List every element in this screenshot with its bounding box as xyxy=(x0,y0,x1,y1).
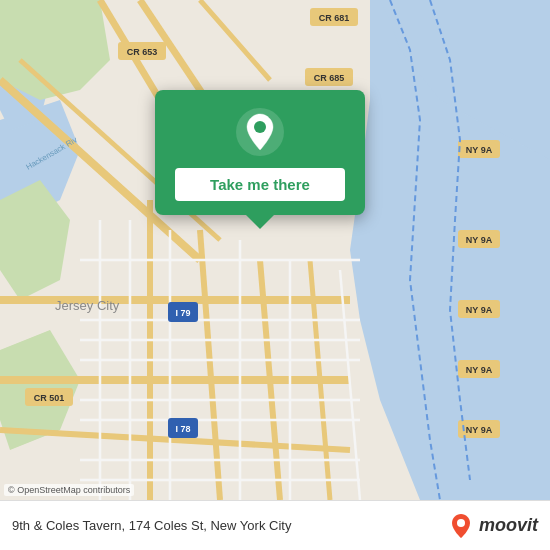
location-pin-icon xyxy=(234,106,286,158)
svg-text:CR 685: CR 685 xyxy=(314,73,345,83)
svg-text:I 78: I 78 xyxy=(175,424,190,434)
svg-text:NY 9A: NY 9A xyxy=(466,305,493,315)
moovit-logo: moovit xyxy=(447,512,538,540)
take-me-there-button[interactable]: Take me there xyxy=(175,168,345,201)
map-container: CR 681 CR 653 CR 685 NY 9A NY 9A NY 9A N… xyxy=(0,0,550,500)
svg-text:NY 9A: NY 9A xyxy=(466,365,493,375)
svg-point-60 xyxy=(254,121,266,133)
bottom-bar: 9th & Coles Tavern, 174 Coles St, New Yo… xyxy=(0,500,550,550)
location-popup: Take me there xyxy=(155,90,365,215)
svg-text:CR 681: CR 681 xyxy=(319,13,350,23)
svg-text:NY 9A: NY 9A xyxy=(466,235,493,245)
moovit-wordmark: moovit xyxy=(479,515,538,536)
location-label: 9th & Coles Tavern, 174 Coles St, New Yo… xyxy=(12,518,437,533)
svg-point-61 xyxy=(457,519,465,527)
svg-text:CR 653: CR 653 xyxy=(127,47,158,57)
osm-attribution: © OpenStreetMap contributors xyxy=(4,484,134,496)
svg-text:NY 9A: NY 9A xyxy=(466,145,493,155)
svg-text:Jersey City: Jersey City xyxy=(55,298,120,313)
svg-text:I 79: I 79 xyxy=(175,308,190,318)
moovit-icon xyxy=(447,512,475,540)
svg-text:NY 9A: NY 9A xyxy=(466,425,493,435)
svg-text:CR 501: CR 501 xyxy=(34,393,65,403)
